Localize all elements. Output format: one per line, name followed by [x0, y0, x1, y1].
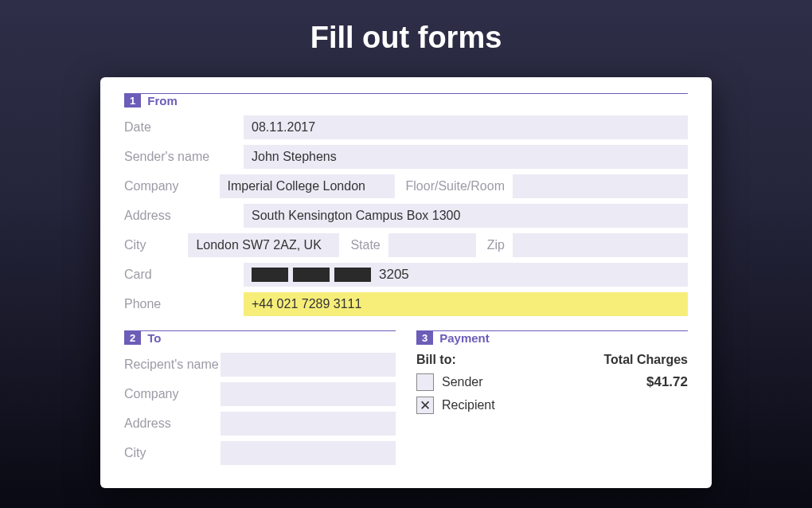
billto-heading: Bill to: — [416, 353, 604, 367]
label-phone: Phone — [124, 297, 244, 311]
floor-field[interactable] — [513, 174, 688, 198]
to-address-field[interactable] — [221, 412, 396, 436]
company-field[interactable] — [220, 174, 395, 198]
label-city: City — [124, 238, 188, 252]
label-recipient: Recipent's name — [124, 358, 221, 372]
card-mask-icon — [252, 268, 288, 282]
section-badge-payment: 3 — [416, 331, 433, 345]
card-last-digits: 3205 — [379, 267, 409, 283]
label-zip: Zip — [476, 238, 513, 252]
label-card: Card — [124, 268, 244, 282]
card-field[interactable]: 3205 — [244, 263, 688, 287]
total-amount: $41.72 — [646, 374, 688, 390]
form-card: 1 From Date Sender's name Company Floor/… — [100, 77, 712, 488]
zip-field[interactable] — [513, 233, 688, 257]
to-city-field[interactable] — [221, 441, 396, 465]
total-charges-heading: Total Charges — [604, 353, 689, 367]
section-badge-to: 2 — [124, 331, 141, 345]
label-to-address: Address — [124, 416, 221, 431]
billto-sender-checkbox[interactable] — [416, 373, 434, 391]
label-address: Address — [124, 209, 244, 223]
recipient-name-field[interactable] — [221, 353, 396, 377]
label-to-city: City — [124, 446, 221, 460]
billto-recipient-label: Recipient — [442, 398, 688, 412]
card-mask-icon — [293, 268, 330, 282]
label-date: Date — [124, 120, 244, 135]
date-field[interactable] — [244, 115, 688, 139]
sender-name-field[interactable] — [244, 145, 688, 169]
section-title-from: From — [147, 94, 178, 107]
label-company: Company — [124, 179, 220, 193]
section-badge-from: 1 — [124, 94, 141, 107]
page-heading: Fill out forms — [310, 21, 502, 55]
city-field[interactable] — [188, 233, 339, 257]
label-sender: Sender's name — [124, 150, 244, 164]
section-header-from: 1 From — [124, 93, 688, 107]
card-mask-icon — [334, 268, 371, 282]
section-header-payment: 3 Payment — [416, 330, 688, 345]
section-header-to: 2 To — [124, 330, 396, 345]
address-field[interactable] — [244, 204, 688, 228]
to-company-field[interactable] — [221, 382, 396, 406]
label-floor: Floor/Suite/Room — [395, 179, 513, 193]
state-field[interactable] — [388, 233, 476, 257]
label-to-company: Company — [124, 387, 221, 401]
label-state: State — [339, 238, 388, 252]
section-title-payment: Payment — [439, 331, 490, 345]
billto-recipient-checkbox[interactable] — [416, 397, 434, 414]
section-title-to: To — [147, 331, 161, 345]
phone-field[interactable] — [244, 292, 688, 316]
